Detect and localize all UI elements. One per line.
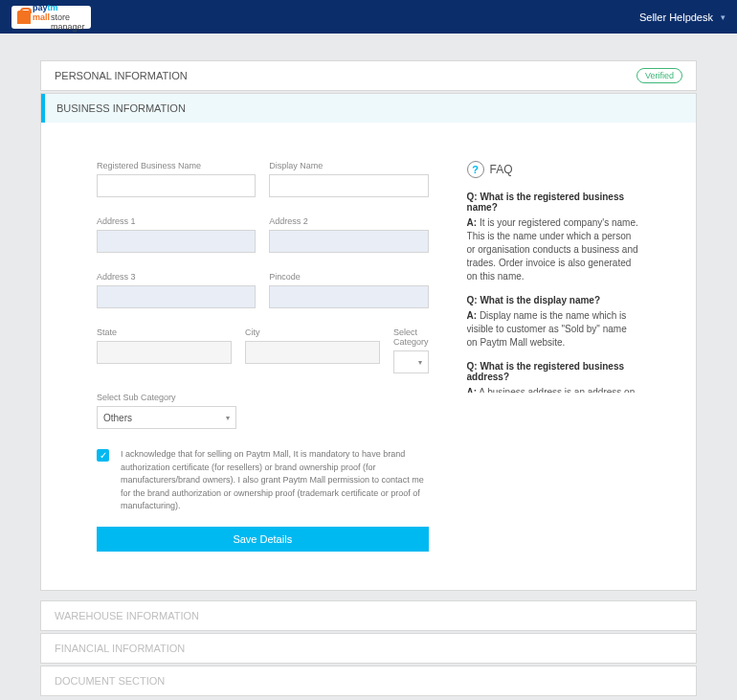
- subcategory-label: Select Sub Category: [97, 393, 236, 402]
- helpdesk-label: Seller Helpdesk: [639, 11, 713, 23]
- registered-business-name-input[interactable]: [97, 174, 256, 197]
- app-header: paytm mall storemanager Seller Helpdesk …: [0, 0, 737, 34]
- caret-down-icon: ▾: [418, 358, 422, 367]
- display-name-label: Display Name: [269, 161, 428, 170]
- state-label: State: [97, 327, 232, 337]
- faq-question: Q: What is the registered business name?: [467, 192, 638, 213]
- section-title: DOCUMENT SECTION: [55, 675, 165, 687]
- pincode-label: Pincode: [269, 272, 428, 282]
- category-label: Select Category: [393, 327, 429, 347]
- faq-question: Q: What is the registered business addre…: [467, 361, 638, 382]
- faq-answer: A: Display name is the name which is vis…: [467, 309, 638, 350]
- section-title[interactable]: BUSINESS INFORMATION: [41, 94, 696, 123]
- logo[interactable]: paytm mall storemanager: [11, 6, 91, 29]
- question-icon: ?: [467, 161, 484, 178]
- verified-badge: Verified: [636, 68, 682, 83]
- section-title: PERSONAL INFORMATION: [55, 70, 188, 81]
- address1-input[interactable]: [97, 230, 256, 253]
- address1-label: Address 1: [97, 216, 256, 226]
- city-label: City: [245, 327, 380, 337]
- business-information-section: BUSINESS INFORMATION Registered Business…: [40, 93, 697, 591]
- state-input[interactable]: [97, 341, 232, 364]
- pincode-input[interactable]: [269, 285, 428, 308]
- financial-information-section[interactable]: FINANCIAL INFORMATION: [40, 633, 697, 664]
- personal-information-section[interactable]: PERSONAL INFORMATION Verified: [40, 60, 697, 91]
- save-details-button[interactable]: Save Details: [97, 527, 429, 552]
- acknowledgement-checkbox[interactable]: ✓: [97, 449, 109, 462]
- bag-icon: [17, 11, 31, 24]
- address3-label: Address 3: [97, 272, 256, 282]
- warehouse-information-section[interactable]: WAREHOUSE INFORMATION: [40, 600, 697, 631]
- seller-helpdesk-menu[interactable]: Seller Helpdesk ▾: [639, 11, 726, 23]
- address2-label: Address 2: [269, 216, 428, 226]
- faq-answer: A: It is your registered company's name.…: [467, 216, 638, 283]
- chevron-down-icon: ▾: [721, 12, 726, 22]
- section-title: WAREHOUSE INFORMATION: [55, 610, 199, 621]
- faq-question: Q: What is the display name?: [467, 295, 638, 305]
- category-select[interactable]: ▾: [393, 350, 429, 373]
- city-input[interactable]: [245, 341, 380, 364]
- faq-title: FAQ: [490, 163, 513, 176]
- display-name-input[interactable]: [269, 174, 428, 197]
- faq-scroll[interactable]: Q: What is the registered business name?…: [467, 192, 644, 393]
- acknowledgement-text: I acknowledge that for selling on Paytm …: [121, 448, 429, 513]
- faq-answer: A: A business address is an address on w…: [467, 386, 638, 393]
- section-title: FINANCIAL INFORMATION: [55, 643, 185, 654]
- address3-input[interactable]: [97, 285, 256, 308]
- subcategory-select[interactable]: Others▾: [97, 406, 236, 429]
- document-section[interactable]: DOCUMENT SECTION: [40, 666, 697, 696]
- caret-down-icon: ▾: [226, 414, 230, 422]
- registered-business-name-label: Registered Business Name: [97, 161, 256, 170]
- address2-input[interactable]: [269, 230, 428, 253]
